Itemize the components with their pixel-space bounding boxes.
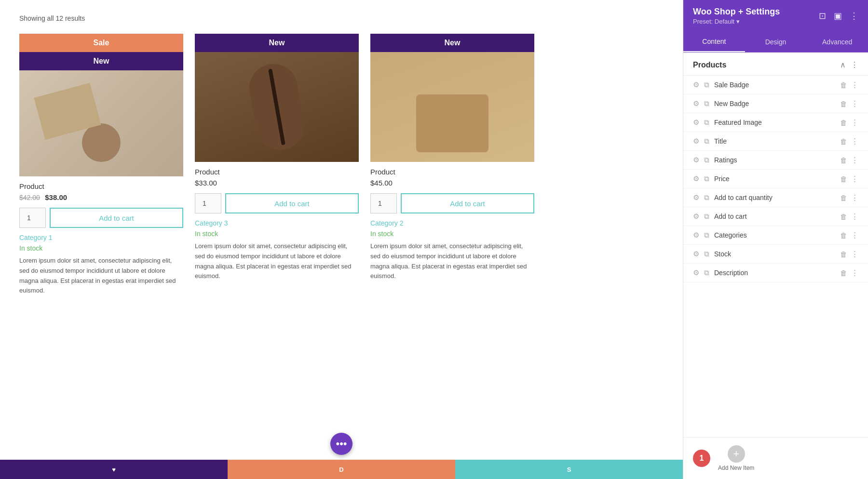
add-new-item-icon[interactable]: + [728,445,745,463]
add-to-cart-btn-3[interactable]: Add to cart [401,193,534,213]
tab-content[interactable]: Content [683,32,745,52]
delete-btn-featured-image[interactable]: 🗑 [840,119,847,127]
delete-btn-description[interactable]: 🗑 [840,269,847,277]
copy-icon-new-badge[interactable]: ⧉ [704,99,709,108]
layout-icon-btn[interactable]: ▣ [834,11,842,21]
bottom-btn-s[interactable]: S [455,460,683,479]
copy-icon-featured-image[interactable]: ⧉ [704,118,709,127]
delete-btn-atc-qty[interactable]: 🗑 [840,194,847,202]
product-info-3: Product $45.00 Add to cart Category 2 In… [370,162,534,287]
badge-container-2: New [195,34,359,52]
price-regular-3: $45.00 [370,179,393,187]
product-name-2: Product [195,168,359,176]
gear-icon-description[interactable]: ⚙ [693,268,699,277]
item-label-ratings: Ratings [714,156,737,164]
stock-2: In stock [195,230,359,238]
bottom-btn-heart[interactable]: ♥ [0,460,228,479]
category-link-2[interactable]: Category 3 [195,219,359,227]
copy-icon-description[interactable]: ⧉ [704,268,709,277]
price-container-1: $42.00 $38.00 [19,193,183,202]
gear-icon-sale-badge[interactable]: ⚙ [693,80,699,89]
gear-icon-title[interactable]: ⚙ [693,137,699,146]
add-to-cart-row-1: Add to cart [19,208,183,228]
section-collapse-btn[interactable]: ∧ [840,60,846,69]
price-sale-1: $38.00 [45,193,67,201]
delete-btn-title[interactable]: 🗑 [840,137,847,146]
list-item-sale-badge: ⚙ ⧉ Sale Badge 🗑 ⋮ [683,76,868,94]
more-btn-categories[interactable]: ⋮ [851,231,858,240]
gear-icon-ratings[interactable]: ⚙ [693,156,699,164]
item-label-new-badge: New Badge [714,100,749,107]
description-3: Lorem ipsum dolor sit amet, consectetur … [370,241,534,281]
add-to-cart-btn-2[interactable]: Add to cart [225,193,359,213]
section-actions: ∧ ⋮ [840,60,858,69]
copy-icon-stock[interactable]: ⧉ [704,250,709,258]
delete-btn-atc[interactable]: 🗑 [840,213,847,221]
product-info-1: Product $42.00 $38.00 Add to cart Catego… [19,176,183,302]
gear-icon-atc-qty[interactable]: ⚙ [693,193,699,202]
badge-new-1: New [19,52,183,70]
more-btn-price[interactable]: ⋮ [851,174,858,183]
panel-footer: 1 + Add New Item [683,437,868,479]
copy-icon-sale-badge[interactable]: ⧉ [704,80,709,89]
more-icon-btn[interactable]: ⋮ [850,11,858,21]
category-link-3[interactable]: Category 2 [370,219,534,227]
item-label-featured-image: Featured Image [714,119,762,126]
delete-btn-ratings[interactable]: 🗑 [840,156,847,164]
product-card-3: New Product $45.00 Add to cart Category … [370,34,534,287]
tab-advanced[interactable]: Advanced [806,32,868,52]
product-image-2 [195,52,359,162]
gear-icon-price[interactable]: ⚙ [693,174,699,183]
more-btn-atc[interactable]: ⋮ [851,212,858,221]
fab-button[interactable]: ••• [330,433,353,455]
more-btn-featured-image[interactable]: ⋮ [851,118,858,127]
item-label-price: Price [714,175,730,183]
list-item-ratings: ⚙ ⧉ Ratings 🗑 ⋮ [683,151,868,170]
bottom-btn-d[interactable]: D [228,460,455,479]
copy-icon-atc-qty[interactable]: ⧉ [704,193,709,202]
more-btn-description[interactable]: ⋮ [851,268,858,277]
gear-icon-featured-image[interactable]: ⚙ [693,118,699,127]
gear-icon-stock[interactable]: ⚙ [693,250,699,258]
qty-input-1[interactable] [19,208,46,228]
delete-btn-stock[interactable]: 🗑 [840,250,847,258]
item-label-atc-qty: Add to cart quantity [714,194,773,201]
copy-icon-ratings[interactable]: ⧉ [704,156,709,164]
copy-icon-atc[interactable]: ⧉ [704,212,709,221]
more-btn-stock[interactable]: ⋮ [851,250,858,258]
more-btn-title[interactable]: ⋮ [851,137,858,146]
footer-badge[interactable]: 1 [693,450,710,467]
main-content: Showing all 12 results Sale New Product … [0,0,683,479]
add-to-cart-btn-1[interactable]: Add to cart [50,208,183,228]
category-link-1[interactable]: Category 1 [19,234,183,241]
screen-icon-btn[interactable]: ⊡ [819,11,826,21]
tab-design[interactable]: Design [745,32,807,52]
qty-input-2[interactable] [195,193,221,213]
add-new-item-row[interactable]: + Add New Item [718,445,754,471]
list-item-description: ⚙ ⧉ Description 🗑 ⋮ [683,264,868,282]
delete-btn-categories[interactable]: 🗑 [840,231,847,240]
section-more-btn[interactable]: ⋮ [851,60,858,69]
qty-input-3[interactable] [370,193,397,213]
copy-icon-categories[interactable]: ⧉ [704,231,709,240]
copy-icon-title[interactable]: ⧉ [704,137,709,146]
item-label-categories: Categories [714,231,747,239]
add-to-cart-row-3: Add to cart [370,193,534,213]
more-btn-ratings[interactable]: ⋮ [851,156,858,164]
stock-3: In stock [370,230,534,238]
list-item-price: ⚙ ⧉ Price 🗑 ⋮ [683,170,868,188]
product-name-1: Product [19,182,183,190]
more-btn-new-badge[interactable]: ⋮ [851,99,858,108]
product-image-3 [370,52,534,162]
list-item-featured-image: ⚙ ⧉ Featured Image 🗑 ⋮ [683,113,868,132]
more-btn-atc-qty[interactable]: ⋮ [851,193,858,202]
more-btn-sale-badge[interactable]: ⋮ [851,80,858,89]
gear-icon-atc[interactable]: ⚙ [693,212,699,221]
description-2: Lorem ipsum dolor sit amet, consectetur … [195,241,359,281]
delete-btn-price[interactable]: 🗑 [840,175,847,183]
delete-btn-sale-badge[interactable]: 🗑 [840,81,847,89]
copy-icon-price[interactable]: ⧉ [704,174,709,183]
gear-icon-categories[interactable]: ⚙ [693,231,699,240]
delete-btn-new-badge[interactable]: 🗑 [840,100,847,108]
gear-icon-new-badge[interactable]: ⚙ [693,99,699,108]
